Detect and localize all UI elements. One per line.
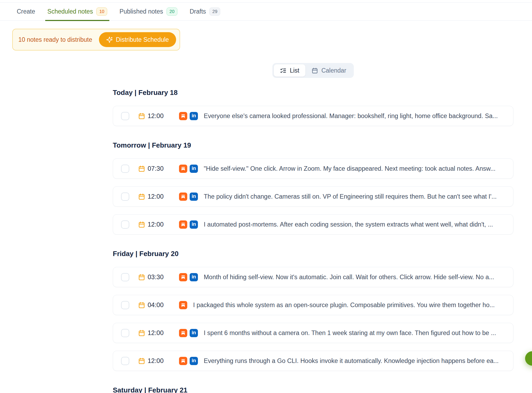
note-text: Month of hiding self-view. Now it's auto… bbox=[204, 274, 505, 281]
tab-scheduled-notes-label: Scheduled notes bbox=[47, 8, 93, 15]
substack-icon bbox=[179, 193, 187, 201]
tab-create[interactable]: Create bbox=[16, 3, 36, 20]
note-channels: in bbox=[179, 220, 198, 229]
note-channels: in bbox=[179, 273, 198, 281]
sparkles-icon bbox=[106, 36, 113, 43]
day-section: Saturday | February 21 bbox=[113, 386, 513, 393]
calendar-view-button[interactable]: Calendar bbox=[305, 64, 352, 77]
day-section: Today | February 18 12:00 in Everyone el… bbox=[113, 89, 513, 126]
tab-scheduled-notes[interactable]: Scheduled notes 10 bbox=[47, 3, 108, 20]
note-text: Everything runs through a Go CLI. Hooks … bbox=[204, 357, 505, 365]
calendar-icon bbox=[138, 221, 145, 228]
linkedin-icon: in bbox=[190, 220, 198, 229]
note-channels: in bbox=[179, 112, 198, 120]
note-checkbox[interactable] bbox=[121, 357, 129, 365]
linkedin-icon: in bbox=[190, 112, 198, 120]
scheduled-note-row[interactable]: 12:00 in I automated post-mortems. After… bbox=[113, 214, 513, 235]
calendar-icon bbox=[138, 357, 145, 365]
note-checkbox[interactable] bbox=[121, 329, 129, 337]
substack-icon bbox=[179, 357, 187, 365]
note-channels: in bbox=[179, 193, 198, 201]
day-heading: Saturday | February 21 bbox=[113, 386, 513, 393]
note-text: Everyone else's camera looked profession… bbox=[204, 112, 505, 120]
tab-bar: Create Scheduled notes 10 Published note… bbox=[0, 2, 532, 21]
scheduled-note-row[interactable]: 03:30 in Month of hiding self-view. Now … bbox=[113, 267, 513, 287]
substack-icon bbox=[179, 329, 187, 337]
substack-icon bbox=[179, 273, 187, 281]
tab-drafts[interactable]: Drafts 29 bbox=[189, 3, 221, 20]
calendar-icon bbox=[138, 193, 145, 200]
note-channels: in bbox=[179, 329, 198, 337]
note-time: 12:00 bbox=[148, 193, 164, 200]
day-rows: 03:30 in Month of hiding self-view. Now … bbox=[113, 267, 513, 371]
scheduled-count-badge: 10 bbox=[96, 7, 107, 16]
note-time: 07:30 bbox=[148, 165, 164, 172]
view-toggle: List Calendar bbox=[272, 63, 354, 78]
note-text: "Hide self-view." One click. Arrow in Zo… bbox=[204, 165, 505, 172]
calendar-view-label: Calendar bbox=[321, 67, 346, 74]
calendar-icon bbox=[138, 329, 145, 337]
tab-published-notes-label: Published notes bbox=[119, 8, 163, 15]
scheduled-note-row[interactable]: 12:00 in Everything runs through a Go CL… bbox=[113, 351, 513, 371]
note-text: I spent 6 months without a camera on. Th… bbox=[204, 329, 505, 337]
note-channels: in bbox=[179, 357, 198, 365]
linkedin-icon: in bbox=[190, 329, 198, 337]
note-checkbox[interactable] bbox=[121, 112, 129, 120]
published-count-badge: 20 bbox=[167, 7, 177, 16]
distribute-banner: 10 notes ready to distribute Distribute … bbox=[12, 29, 180, 51]
day-rows: 07:30 in "Hide self-view." One click. Ar… bbox=[113, 158, 513, 235]
day-heading: Tomorrow | February 19 bbox=[113, 141, 513, 149]
day-heading: Today | February 18 bbox=[113, 89, 513, 97]
note-checkbox[interactable] bbox=[121, 193, 129, 201]
calendar-icon bbox=[138, 302, 145, 309]
notes-ready-message: 10 notes ready to distribute bbox=[18, 36, 92, 43]
note-time: 12:00 bbox=[148, 357, 164, 365]
note-text: The policy didn't change. Cameras still … bbox=[204, 193, 505, 200]
drafts-count-badge: 29 bbox=[209, 7, 220, 16]
note-text: I packaged this whole system as an open-… bbox=[193, 302, 505, 309]
scheduled-note-row[interactable]: 12:00 in I spent 6 months without a came… bbox=[113, 323, 513, 343]
scheduled-note-row[interactable]: 04:00 I packaged this whole system as an… bbox=[113, 295, 513, 315]
substack-icon bbox=[179, 112, 187, 120]
note-checkbox[interactable] bbox=[121, 301, 129, 309]
scheduled-note-row[interactable]: 12:00 in The policy didn't change. Camer… bbox=[113, 186, 513, 207]
note-channels: in bbox=[179, 165, 198, 173]
scheduled-notes-content: List Calendar Today | February 18 bbox=[113, 63, 513, 393]
list-checks-icon bbox=[280, 67, 286, 74]
linkedin-icon: in bbox=[190, 193, 198, 201]
tab-drafts-label: Drafts bbox=[190, 8, 206, 15]
calendar-icon bbox=[138, 112, 145, 120]
linkedin-icon: in bbox=[190, 165, 198, 173]
note-text: I automated post-mortems. After each cod… bbox=[204, 221, 505, 228]
list-view-label: List bbox=[290, 67, 299, 74]
calendar-icon bbox=[138, 165, 145, 172]
distribute-schedule-button[interactable]: Distribute Schedule bbox=[99, 32, 176, 47]
note-time: 12:00 bbox=[148, 221, 164, 228]
note-time: 12:00 bbox=[148, 329, 164, 337]
list-view-button[interactable]: List bbox=[274, 64, 305, 77]
note-time: 04:00 bbox=[148, 301, 164, 309]
note-checkbox[interactable] bbox=[121, 273, 129, 281]
tab-create-label: Create bbox=[17, 8, 35, 15]
note-checkbox[interactable] bbox=[121, 165, 129, 173]
substack-icon bbox=[179, 301, 187, 309]
scheduled-note-row[interactable]: 12:00 in Everyone else's camera looked p… bbox=[113, 106, 513, 126]
day-rows: 12:00 in Everyone else's camera looked p… bbox=[113, 106, 513, 126]
day-section: Friday | February 20 03:30 in Month of h… bbox=[113, 250, 513, 371]
substack-icon bbox=[179, 165, 187, 173]
day-heading: Friday | February 20 bbox=[113, 250, 513, 258]
note-checkbox[interactable] bbox=[121, 220, 129, 229]
substack-icon bbox=[179, 220, 187, 229]
tab-published-notes[interactable]: Published notes 20 bbox=[119, 3, 178, 20]
note-time: 03:30 bbox=[148, 273, 164, 281]
note-time: 12:00 bbox=[148, 112, 164, 120]
floating-action-button[interactable] bbox=[525, 351, 532, 366]
calendar-icon bbox=[138, 274, 145, 281]
distribute-schedule-label: Distribute Schedule bbox=[116, 36, 169, 43]
linkedin-icon: in bbox=[190, 273, 198, 281]
linkedin-icon: in bbox=[190, 357, 198, 365]
day-sections: Today | February 18 12:00 in Everyone el… bbox=[113, 89, 513, 393]
notes-scheduler-page: Create Scheduled notes 10 Published note… bbox=[0, 2, 532, 393]
scheduled-note-row[interactable]: 07:30 in "Hide self-view." One click. Ar… bbox=[113, 158, 513, 179]
day-section: Tomorrow | February 19 07:30 in "Hide se… bbox=[113, 141, 513, 235]
